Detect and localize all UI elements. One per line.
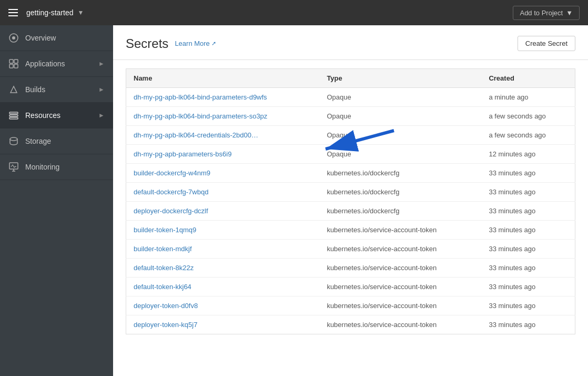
table-wrapper: Name Type Created dh-my-pg-apb-lk064-bin… <box>126 68 575 334</box>
secret-name-cell: deployer-token-d0fv8 <box>126 296 320 315</box>
sidebar-item-monitoring[interactable]: Monitoring <box>0 154 113 180</box>
secret-name-link[interactable]: dh-my-pg-apb-lk064-bind-parameters-d9wfs <box>134 93 267 101</box>
sidebar-item-builds-label: Builds <box>25 85 98 94</box>
secret-name-cell: deployer-dockercfg-dczlf <box>126 202 320 221</box>
sidebar-item-applications-label: Applications <box>25 60 98 68</box>
table-row: default-token-kkj64kubernetes.io/service… <box>126 278 575 296</box>
content-header: Secrets Learn More ➚ Create Secret <box>113 25 588 60</box>
sidebar-item-overview[interactable]: Overview <box>0 25 113 51</box>
col-header-created: Created <box>481 69 575 88</box>
hamburger-menu[interactable] <box>8 9 18 16</box>
secret-created-cell: 33 minutes ago <box>481 278 575 296</box>
secret-name-link[interactable]: deployer-token-d0fv8 <box>134 302 198 310</box>
secret-name-cell: builder-token-mdkjf <box>126 240 320 259</box>
secret-name-link[interactable]: default-token-kkj64 <box>134 283 191 291</box>
secret-type-cell: Opaque <box>319 107 481 126</box>
secret-created-cell: 33 minutes ago <box>481 315 575 334</box>
sidebar-item-builds[interactable]: Builds ► <box>0 77 113 103</box>
table-row: dh-my-pg-apb-lk064-bind-parameters-so3pz… <box>126 107 575 126</box>
secret-type-cell: kubernetes.io/service-account-token <box>319 240 481 259</box>
learn-more-link[interactable]: Learn More ➚ <box>175 39 216 47</box>
secret-name-cell: builder-dockercfg-w4nm9 <box>126 164 320 183</box>
svg-rect-5 <box>14 64 18 68</box>
table-header-row: Name Type Created <box>126 69 575 88</box>
secret-type-cell: kubernetes.io/dockercfg <box>319 164 481 183</box>
table-container: Name Type Created dh-my-pg-apb-lk064-bin… <box>113 60 588 376</box>
applications-expand-arrow: ► <box>98 60 105 67</box>
svg-rect-2 <box>9 60 13 63</box>
secret-created-cell: 33 minutes ago <box>481 221 575 240</box>
apps-icon <box>8 58 19 69</box>
secret-name-link[interactable]: default-token-8k22z <box>134 264 194 272</box>
secret-name-link[interactable]: deployer-token-kq5j7 <box>134 321 197 329</box>
top-nav: getting-started ▼ Add to Project ▼ <box>0 0 588 25</box>
secret-type-cell: kubernetes.io/dockercfg <box>319 202 481 221</box>
secret-created-cell: a minute ago <box>481 88 575 107</box>
create-secret-button[interactable]: Create Secret <box>518 36 575 51</box>
secret-name-cell: default-token-8k22z <box>126 259 320 278</box>
table-row: default-token-8k22zkubernetes.io/service… <box>126 259 575 278</box>
table-row: dh-my-pg-apb-lk064-credentials-2bd00…Opa… <box>126 126 575 145</box>
secret-type-cell: kubernetes.io/service-account-token <box>319 259 481 278</box>
project-name: getting-started <box>26 8 74 17</box>
secret-name-cell: dh-my-pg-apb-lk064-bind-parameters-d9wfs <box>126 88 320 107</box>
secret-created-cell: 33 minutes ago <box>481 164 575 183</box>
page-title: Secrets <box>126 36 168 51</box>
secret-type-cell: kubernetes.io/service-account-token <box>319 221 481 240</box>
secret-type-cell: Opaque <box>319 145 481 164</box>
secret-name-cell: deployer-token-kq5j7 <box>126 315 320 334</box>
col-header-name: Name <box>126 69 320 88</box>
table-row: builder-token-mdkjfkubernetes.io/service… <box>126 240 575 259</box>
sidebar-item-storage-label: Storage <box>25 137 105 145</box>
project-dropdown-arrow[interactable]: ▼ <box>78 9 84 16</box>
builds-icon <box>8 84 19 95</box>
secret-type-cell: kubernetes.io/service-account-token <box>319 315 481 334</box>
monitoring-icon <box>8 162 19 172</box>
add-to-project-button[interactable]: Add to Project ▼ <box>513 6 580 20</box>
sidebar-item-resources[interactable]: Resources ► <box>0 103 113 128</box>
sidebar-item-applications[interactable]: Applications ► <box>0 51 113 77</box>
secret-name-cell: dh-my-pg-apb-lk064-credentials-2bd00… <box>126 126 320 145</box>
secret-name-cell: builder-token-1qmq9 <box>126 221 320 240</box>
secret-name-link[interactable]: default-dockercfg-7wbqd <box>134 188 208 196</box>
svg-rect-8 <box>9 117 18 119</box>
secret-created-cell: 33 minutes ago <box>481 240 575 259</box>
secret-name-cell: default-token-kkj64 <box>126 278 320 296</box>
svg-rect-6 <box>9 112 18 114</box>
table-row: dh-my-pg-apb-lk064-bind-parameters-d9wfs… <box>126 88 575 107</box>
secret-name-link[interactable]: dh-my-pg-apb-parameters-bs6i9 <box>134 150 231 158</box>
secret-created-cell: a few seconds ago <box>481 126 575 145</box>
secret-name-link[interactable]: dh-my-pg-apb-lk064-bind-parameters-so3pz <box>134 112 267 120</box>
sidebar-item-storage[interactable]: Storage <box>0 128 113 154</box>
secret-created-cell: a few seconds ago <box>481 107 575 126</box>
dropdown-caret-icon: ▼ <box>566 9 573 17</box>
external-link-icon: ➚ <box>211 40 216 47</box>
secret-created-cell: 33 minutes ago <box>481 202 575 221</box>
content-area: Secrets Learn More ➚ Create Secret Name … <box>113 25 588 376</box>
secret-name-link[interactable]: deployer-dockercfg-dczlf <box>134 207 208 215</box>
sidebar-item-monitoring-label: Monitoring <box>25 163 105 171</box>
table-row: dh-my-pg-apb-parameters-bs6i9Opaque12 mi… <box>126 145 575 164</box>
secrets-table: Name Type Created dh-my-pg-apb-lk064-bin… <box>126 68 575 334</box>
secret-name-link[interactable]: builder-token-1qmq9 <box>134 226 196 234</box>
secret-name-cell: dh-my-pg-apb-parameters-bs6i9 <box>126 145 320 164</box>
svg-rect-7 <box>9 115 18 116</box>
svg-rect-3 <box>14 60 18 63</box>
secret-name-cell: default-dockercfg-7wbqd <box>126 183 320 202</box>
secret-type-cell: Opaque <box>319 126 481 145</box>
resources-expand-arrow: ► <box>98 112 105 119</box>
secret-type-cell: kubernetes.io/dockercfg <box>319 183 481 202</box>
main-layout: Overview Applications ► Builds ► <box>0 25 588 376</box>
table-row: builder-dockercfg-w4nm9kubernetes.io/doc… <box>126 164 575 183</box>
secret-name-cell: dh-my-pg-apb-lk064-bind-parameters-so3pz <box>126 107 320 126</box>
sidebar-item-overview-label: Overview <box>25 34 105 42</box>
secret-name-link[interactable]: builder-token-mdkjf <box>134 245 192 253</box>
secret-name-link[interactable]: builder-dockercfg-w4nm9 <box>134 169 210 177</box>
builds-expand-arrow: ► <box>98 86 105 93</box>
secret-created-cell: 33 minutes ago <box>481 296 575 315</box>
svg-point-1 <box>12 36 15 39</box>
svg-point-9 <box>10 137 17 141</box>
secret-name-link[interactable]: dh-my-pg-apb-lk064-credentials-2bd00… <box>134 131 258 139</box>
sidebar-item-resources-label: Resources <box>25 111 98 120</box>
sidebar: Overview Applications ► Builds ► <box>0 25 113 376</box>
